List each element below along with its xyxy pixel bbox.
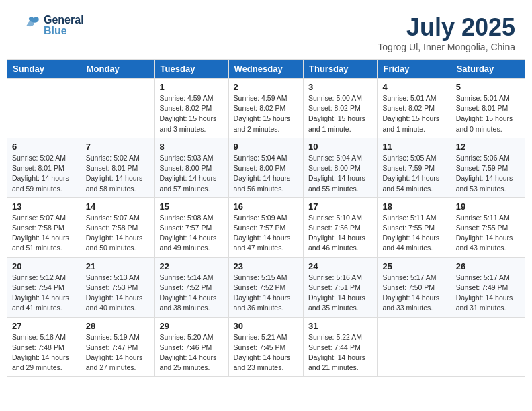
day-cell	[7, 79, 81, 138]
day-number: 6	[12, 142, 76, 152]
day-cell: 7Sunrise: 5:02 AM Sunset: 8:01 PM Daylig…	[81, 138, 154, 197]
day-number: 30	[234, 321, 298, 331]
day-cell: 11Sunrise: 5:05 AM Sunset: 7:59 PM Dayli…	[378, 138, 451, 197]
day-cell: 21Sunrise: 5:13 AM Sunset: 7:53 PM Dayli…	[81, 257, 154, 317]
logo: General Blue	[17, 13, 84, 38]
day-cell: 1Sunrise: 4:59 AM Sunset: 8:02 PM Daylig…	[154, 79, 228, 138]
day-number: 16	[234, 201, 298, 212]
day-info: Sunrise: 5:21 AM Sunset: 7:45 PM Dayligh…	[234, 332, 298, 373]
day-info: Sunrise: 5:07 AM Sunset: 7:58 PM Dayligh…	[86, 213, 150, 254]
day-info: Sunrise: 5:00 AM Sunset: 8:02 PM Dayligh…	[308, 93, 372, 134]
day-cell: 2Sunrise: 4:59 AM Sunset: 8:02 PM Daylig…	[228, 79, 303, 138]
day-info: Sunrise: 5:16 AM Sunset: 7:51 PM Dayligh…	[308, 273, 372, 314]
day-header-wednesday: Wednesday	[228, 60, 303, 79]
title-area: July 2025 Togrog Ul, Inner Mongolia, Chi…	[378, 13, 515, 52]
day-number: 17	[308, 201, 372, 212]
day-info: Sunrise: 5:13 AM Sunset: 7:53 PM Dayligh…	[86, 273, 150, 314]
day-cell: 12Sunrise: 5:06 AM Sunset: 7:59 PM Dayli…	[451, 138, 525, 197]
week-row-5: 27Sunrise: 5:18 AM Sunset: 7:48 PM Dayli…	[7, 317, 525, 377]
day-number: 7	[86, 142, 150, 152]
day-number: 11	[382, 142, 445, 152]
day-cell: 13Sunrise: 5:07 AM Sunset: 7:58 PM Dayli…	[7, 197, 81, 257]
day-info: Sunrise: 5:10 AM Sunset: 7:56 PM Dayligh…	[308, 213, 372, 254]
header-row: SundayMondayTuesdayWednesdayThursdayFrid…	[7, 60, 525, 79]
day-info: Sunrise: 5:11 AM Sunset: 7:55 PM Dayligh…	[456, 213, 520, 254]
day-info: Sunrise: 5:17 AM Sunset: 7:50 PM Dayligh…	[382, 273, 445, 314]
day-info: Sunrise: 5:14 AM Sunset: 7:52 PM Dayligh…	[160, 273, 224, 314]
day-number: 9	[234, 142, 298, 152]
day-cell: 20Sunrise: 5:12 AM Sunset: 7:54 PM Dayli…	[7, 257, 81, 317]
day-info: Sunrise: 4:59 AM Sunset: 8:02 PM Dayligh…	[160, 93, 224, 134]
day-header-saturday: Saturday	[451, 60, 525, 79]
day-number: 24	[308, 261, 372, 271]
calendar-header: SundayMondayTuesdayWednesdayThursdayFrid…	[7, 60, 525, 79]
day-cell: 9Sunrise: 5:04 AM Sunset: 8:00 PM Daylig…	[228, 138, 303, 197]
day-info: Sunrise: 5:18 AM Sunset: 7:48 PM Dayligh…	[12, 332, 76, 373]
logo-blue: Blue	[44, 26, 84, 36]
day-cell: 24Sunrise: 5:16 AM Sunset: 7:51 PM Dayli…	[304, 257, 378, 317]
day-number: 26	[456, 261, 520, 271]
day-info: Sunrise: 5:12 AM Sunset: 7:54 PM Dayligh…	[12, 273, 76, 314]
week-row-1: 1Sunrise: 4:59 AM Sunset: 8:02 PM Daylig…	[7, 79, 525, 138]
day-info: Sunrise: 5:01 AM Sunset: 8:02 PM Dayligh…	[382, 93, 445, 134]
day-cell: 25Sunrise: 5:17 AM Sunset: 7:50 PM Dayli…	[378, 257, 451, 317]
day-info: Sunrise: 5:09 AM Sunset: 7:57 PM Dayligh…	[234, 213, 298, 254]
day-number: 10	[308, 142, 372, 152]
day-header-monday: Monday	[81, 60, 154, 79]
day-cell	[81, 79, 154, 138]
day-number: 29	[160, 321, 224, 331]
day-number: 14	[86, 201, 150, 212]
day-number: 12	[456, 142, 520, 152]
day-number: 8	[160, 142, 224, 152]
day-cell: 15Sunrise: 5:08 AM Sunset: 7:57 PM Dayli…	[154, 197, 228, 257]
day-number: 2	[234, 82, 298, 92]
day-cell: 29Sunrise: 5:20 AM Sunset: 7:46 PM Dayli…	[154, 317, 228, 377]
day-cell: 17Sunrise: 5:10 AM Sunset: 7:56 PM Dayli…	[304, 197, 378, 257]
day-cell: 18Sunrise: 5:11 AM Sunset: 7:55 PM Dayli…	[378, 197, 451, 257]
day-number: 25	[382, 261, 445, 271]
day-number: 15	[160, 201, 224, 212]
month-title: July 2025	[378, 13, 515, 42]
day-number: 13	[12, 201, 76, 212]
day-cell: 30Sunrise: 5:21 AM Sunset: 7:45 PM Dayli…	[228, 317, 303, 377]
day-info: Sunrise: 5:02 AM Sunset: 8:01 PM Dayligh…	[12, 153, 76, 194]
day-info: Sunrise: 5:03 AM Sunset: 8:00 PM Dayligh…	[160, 153, 224, 194]
day-cell: 4Sunrise: 5:01 AM Sunset: 8:02 PM Daylig…	[378, 79, 451, 138]
day-cell: 8Sunrise: 5:03 AM Sunset: 8:00 PM Daylig…	[154, 138, 228, 197]
day-info: Sunrise: 5:07 AM Sunset: 7:58 PM Dayligh…	[12, 213, 76, 254]
day-cell: 28Sunrise: 5:19 AM Sunset: 7:47 PM Dayli…	[81, 317, 154, 377]
day-cell: 14Sunrise: 5:07 AM Sunset: 7:58 PM Dayli…	[81, 197, 154, 257]
day-number: 21	[86, 261, 150, 271]
day-cell: 22Sunrise: 5:14 AM Sunset: 7:52 PM Dayli…	[154, 257, 228, 317]
day-cell: 6Sunrise: 5:02 AM Sunset: 8:01 PM Daylig…	[7, 138, 81, 197]
week-row-2: 6Sunrise: 5:02 AM Sunset: 8:01 PM Daylig…	[7, 138, 525, 197]
day-info: Sunrise: 5:08 AM Sunset: 7:57 PM Dayligh…	[160, 213, 224, 254]
logo-text: General Blue	[44, 15, 84, 36]
day-cell: 5Sunrise: 5:01 AM Sunset: 8:01 PM Daylig…	[451, 79, 525, 138]
day-info: Sunrise: 5:04 AM Sunset: 8:00 PM Dayligh…	[308, 153, 372, 194]
logo-icon	[17, 13, 41, 38]
day-number: 23	[234, 261, 298, 271]
day-cell: 27Sunrise: 5:18 AM Sunset: 7:48 PM Dayli…	[7, 317, 81, 377]
day-cell: 10Sunrise: 5:04 AM Sunset: 8:00 PM Dayli…	[304, 138, 378, 197]
day-number: 20	[12, 261, 76, 271]
day-number: 18	[382, 201, 445, 212]
logo-general: General	[44, 15, 84, 26]
day-cell: 16Sunrise: 5:09 AM Sunset: 7:57 PM Dayli…	[228, 197, 303, 257]
day-cell	[451, 317, 525, 377]
day-info: Sunrise: 5:19 AM Sunset: 7:47 PM Dayligh…	[86, 332, 150, 373]
day-cell	[378, 317, 451, 377]
page-header: General Blue July 2025 Togrog Ul, Inner …	[7, 7, 525, 56]
week-row-4: 20Sunrise: 5:12 AM Sunset: 7:54 PM Dayli…	[7, 257, 525, 317]
day-number: 1	[160, 82, 224, 92]
calendar-table: SundayMondayTuesdayWednesdayThursdayFrid…	[7, 59, 525, 377]
day-number: 27	[12, 321, 76, 331]
day-info: Sunrise: 5:15 AM Sunset: 7:52 PM Dayligh…	[234, 273, 298, 314]
day-number: 19	[456, 201, 520, 212]
day-cell: 26Sunrise: 5:17 AM Sunset: 7:49 PM Dayli…	[451, 257, 525, 317]
day-info: Sunrise: 5:02 AM Sunset: 8:01 PM Dayligh…	[86, 153, 150, 194]
day-info: Sunrise: 5:06 AM Sunset: 7:59 PM Dayligh…	[456, 153, 520, 194]
day-info: Sunrise: 5:17 AM Sunset: 7:49 PM Dayligh…	[456, 273, 520, 314]
day-info: Sunrise: 5:01 AM Sunset: 8:01 PM Dayligh…	[456, 93, 520, 134]
day-number: 31	[308, 321, 372, 331]
